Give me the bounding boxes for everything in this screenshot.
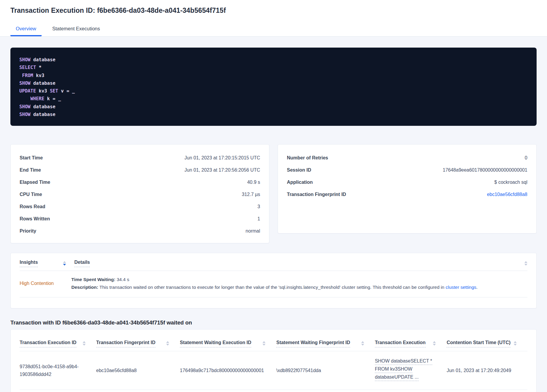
cell-txn-execution-link[interactable]: SHOW databaseSELECT * FROM kv3SHOW datab… bbox=[375, 358, 447, 382]
summary-row-rows-written: Rows Written 1 bbox=[20, 213, 260, 225]
col-header-contention-start-time[interactable]: Contention Start Time (UTC) bbox=[447, 340, 527, 347]
sort-up-icon bbox=[524, 261, 527, 263]
sort-arrows-icon[interactable] bbox=[83, 341, 86, 346]
row-value: Jun 01, 2023 at 17:20:15:2015 UTC bbox=[185, 155, 260, 161]
sort-arrows-icon[interactable] bbox=[433, 341, 436, 346]
row-value: $ cockroach sql bbox=[494, 180, 527, 185]
column-label: Insights bbox=[20, 260, 38, 267]
summary-cards: Start Time Jun 01, 2023 at 17:20:15:2015… bbox=[10, 144, 537, 243]
col-header-txn-execution[interactable]: Transaction Execution bbox=[375, 340, 447, 347]
column-label: Contention Start Time (UTC) bbox=[447, 340, 510, 347]
tab-bar: Overview Statement Executions bbox=[10, 22, 537, 36]
row-label: End Time bbox=[20, 167, 41, 173]
sql-line: UPDATE kv3 SET v = _ bbox=[19, 87, 528, 95]
sort-arrows-icon[interactable] bbox=[166, 341, 169, 346]
col-header-stmt-waiting-execution-id[interactable]: Statement Waiting Execution ID bbox=[180, 340, 276, 347]
col-header-txn-execution-id[interactable]: Transaction Execution ID bbox=[20, 340, 96, 347]
sql-line: FROM kv3 bbox=[19, 72, 528, 79]
summary-row-priority: Priority normal bbox=[20, 225, 260, 237]
sort-up-icon bbox=[63, 261, 66, 263]
page-header: Transaction Execution ID: f6be6366-da03-… bbox=[0, 0, 547, 37]
cell-txn-fingerprint-id: ebc10ae56cfd88a8 bbox=[96, 367, 180, 374]
tab-overview[interactable]: Overview bbox=[10, 22, 42, 36]
cell-txn-execution-id: 9738d051-bc0e-4158-a9b4-1903586ddd42 bbox=[20, 363, 96, 378]
row-value: normal bbox=[246, 228, 260, 234]
insight-type-label: High Contention bbox=[20, 281, 71, 286]
transaction-details-page: { "header": { "title": "Transaction Exec… bbox=[0, 0, 547, 392]
sort-down-icon bbox=[524, 264, 527, 266]
column-label: Details bbox=[74, 260, 90, 267]
summary-row-txn-fingerprint: Transaction Fingerprint ID ebc10ae56cfd8… bbox=[287, 188, 527, 200]
col-header-txn-fingerprint-id[interactable]: Transaction Fingerprint ID bbox=[96, 340, 180, 347]
row-label: Transaction Fingerprint ID bbox=[287, 192, 346, 197]
timing-summary-card: Start Time Jun 01, 2023 at 17:20:15:2015… bbox=[10, 144, 269, 243]
column-label: Statement Waiting Fingerprint ID bbox=[276, 340, 350, 347]
sql-line: SELECT * bbox=[19, 64, 528, 71]
cell-stmt-waiting-execution-id: 176498a9c717bdc80000000000000001 bbox=[180, 367, 276, 374]
row-value: 0 bbox=[525, 155, 527, 161]
row-label: Session ID bbox=[287, 167, 311, 173]
insight-details: Time Spent Waiting: 34.4 s Description: … bbox=[71, 276, 527, 291]
summary-row-application: Application $ cockroach sql bbox=[287, 176, 527, 188]
waited-on-table-header: Transaction Execution ID Transaction Fin… bbox=[20, 330, 527, 351]
insights-column-header[interactable]: Insights bbox=[20, 260, 63, 267]
summary-row-start-time: Start Time Jun 01, 2023 at 17:20:15:2015… bbox=[20, 152, 260, 164]
sort-arrows-icon[interactable] bbox=[514, 341, 517, 346]
summary-row-end-time: End Time Jun 01, 2023 at 17:20:56:2056 U… bbox=[20, 164, 260, 176]
row-label: Elapsed Time bbox=[20, 180, 50, 185]
summary-row-elapsed-time: Elapsed Time 40.9 s bbox=[20, 176, 260, 188]
table-row: 9738d051-bc0e-4158-a9b4-1903586ddd42 ebc… bbox=[20, 351, 527, 390]
row-label: Rows Read bbox=[20, 204, 45, 209]
cell-contention-start-time: Jun 01, 2023 at 17:20:49:2049 bbox=[447, 367, 527, 374]
row-value: Jun 01, 2023 at 17:20:56:2056 UTC bbox=[185, 167, 260, 173]
time-spent-waiting: Time Spent Waiting: 34.4 s bbox=[71, 276, 527, 283]
insights-table-header: Insights Details bbox=[20, 260, 527, 271]
sql-line: SHOW database bbox=[19, 103, 528, 111]
sql-line: WHERE k = _ bbox=[19, 95, 528, 103]
sql-statements-box: SHOW database SELECT * FROM kv3 SHOW dat… bbox=[10, 48, 537, 126]
sql-line: SHOW database bbox=[19, 79, 528, 87]
row-label: Priority bbox=[20, 228, 36, 234]
summary-row-session-id: Session ID 17648a9eea6017800000000000000… bbox=[287, 164, 527, 176]
row-label: Application bbox=[287, 180, 313, 185]
col-header-stmt-waiting-fingerprint-id[interactable]: Statement Waiting Fingerprint ID bbox=[276, 340, 375, 347]
sort-arrows-icon[interactable] bbox=[263, 341, 265, 346]
waited-on-table-card: Transaction Execution ID Transaction Fin… bbox=[10, 329, 537, 392]
row-label: Number of Retries bbox=[287, 155, 328, 161]
sort-arrows-icon[interactable] bbox=[524, 261, 527, 266]
row-label: CPU Time bbox=[20, 192, 42, 197]
page-content: SHOW database SELECT * FROM kv3 SHOW dat… bbox=[0, 48, 547, 392]
row-value: 312.7 µs bbox=[242, 192, 260, 197]
summary-row-rows-read: Rows Read 3 bbox=[20, 200, 260, 213]
row-value: 17648a9eea6017800000000000000001 bbox=[443, 167, 527, 173]
sql-line: SHOW database bbox=[19, 111, 528, 118]
page-title: Transaction Execution ID: f6be6366-da03-… bbox=[10, 7, 537, 15]
row-value: 3 bbox=[257, 204, 260, 209]
cell-stmt-waiting-fingerprint-id: \xdb8922f077541dda bbox=[276, 367, 375, 374]
column-label: Transaction Execution ID bbox=[20, 340, 76, 347]
details-column-header[interactable]: Details bbox=[74, 260, 524, 267]
sort-arrows-icon[interactable] bbox=[361, 341, 364, 346]
column-label: Statement Waiting Execution ID bbox=[180, 340, 251, 347]
row-label: Rows Written bbox=[20, 216, 50, 222]
summary-row-retries: Number of Retries 0 bbox=[287, 152, 527, 164]
column-label: Transaction Execution bbox=[375, 340, 426, 347]
row-value: 40.9 s bbox=[247, 180, 260, 185]
waited-on-heading: Transaction with ID f6be6366-da03-48de-a… bbox=[10, 319, 537, 326]
row-label: Start Time bbox=[20, 155, 43, 161]
session-summary-card: Number of Retries 0 Session ID 17648a9ee… bbox=[278, 144, 537, 233]
insight-row: High Contention Time Spent Waiting: 34.4… bbox=[20, 271, 527, 297]
sort-arrows-icon[interactable] bbox=[63, 261, 66, 266]
transaction-fingerprint-link[interactable]: ebc10ae56cfd88a8 bbox=[487, 192, 527, 197]
insights-card: Insights Details High Contention Time Sp… bbox=[10, 253, 537, 308]
insight-description: Description: This transaction waited on … bbox=[71, 283, 527, 291]
summary-row-cpu-time: CPU Time 312.7 µs bbox=[20, 188, 260, 200]
column-label: Transaction Fingerprint ID bbox=[96, 340, 155, 347]
sql-line: SHOW database bbox=[19, 56, 528, 64]
sort-down-icon bbox=[63, 264, 66, 266]
cluster-settings-link[interactable]: cluster settings bbox=[446, 285, 476, 290]
row-value: 1 bbox=[257, 216, 260, 222]
tab-statement-executions[interactable]: Statement Executions bbox=[47, 22, 106, 36]
